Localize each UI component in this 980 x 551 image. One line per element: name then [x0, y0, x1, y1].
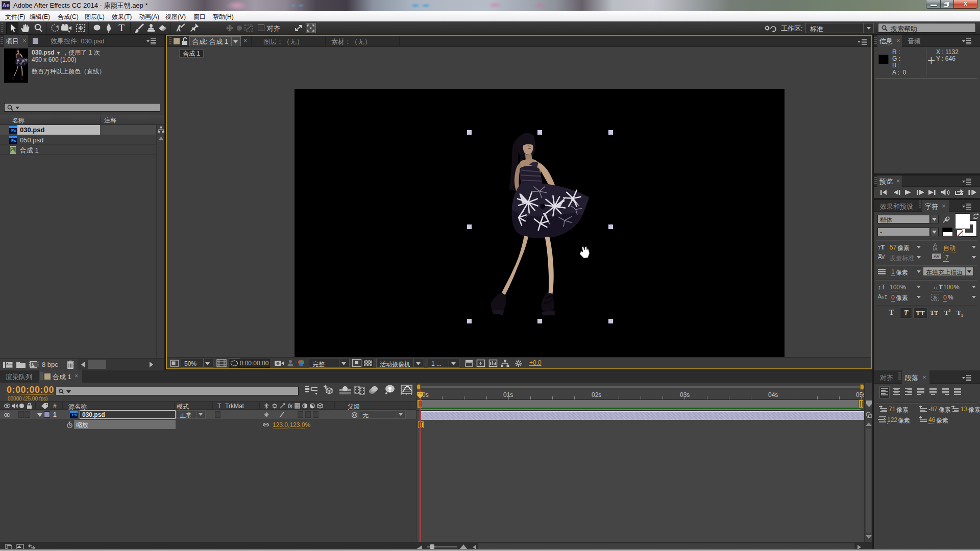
- svg-text:fx: fx: [288, 403, 292, 409]
